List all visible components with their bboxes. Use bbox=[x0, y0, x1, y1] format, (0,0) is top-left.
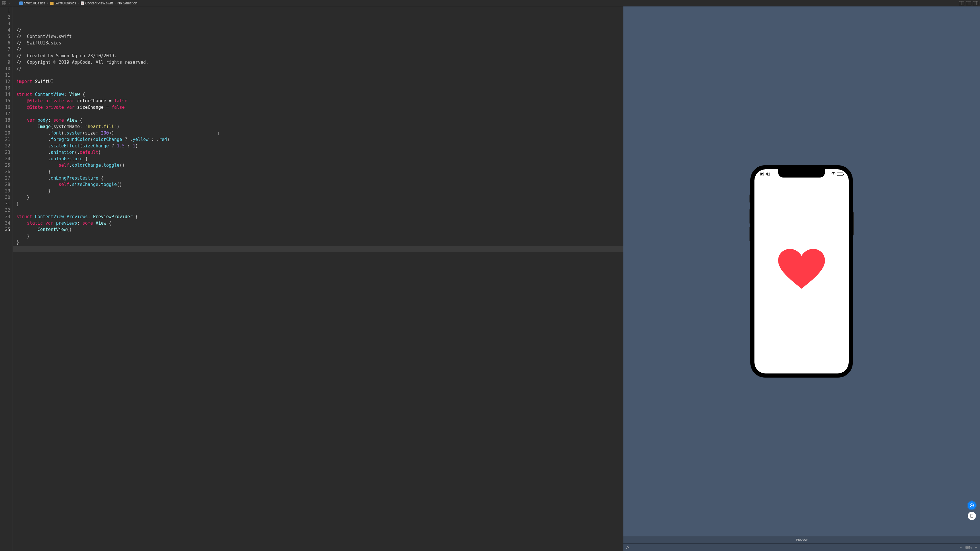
line-number: 3 bbox=[0, 21, 10, 27]
volume-down-button bbox=[749, 227, 750, 241]
breadcrumb-item-file[interactable]: ContentView.swift bbox=[80, 1, 113, 5]
code-line[interactable]: .scaleEffect(sizeChange ? 1.5 : 1) bbox=[16, 143, 624, 149]
svg-point-6 bbox=[833, 175, 834, 175]
code-line[interactable]: self.sizeChange.toggle() bbox=[16, 181, 624, 188]
code-content[interactable]: I //// ContentView.swift// SwiftUIBasics… bbox=[13, 6, 624, 551]
line-number: 9 bbox=[0, 59, 10, 65]
code-line[interactable]: .font(.system(size: 200)) bbox=[16, 130, 624, 136]
code-line[interactable]: .onLongPressGesture { bbox=[16, 175, 624, 181]
code-line[interactable] bbox=[16, 72, 624, 78]
editor-split-left-icon[interactable] bbox=[966, 1, 971, 5]
editor-split-right-icon[interactable] bbox=[973, 1, 978, 5]
code-line[interactable]: struct ContentView_Previews: PreviewProv… bbox=[16, 213, 624, 220]
code-line[interactable]: // bbox=[16, 46, 624, 52]
line-number: 16 bbox=[0, 104, 10, 111]
chevron-right-icon: › bbox=[46, 2, 49, 5]
minimap-toggle-icon[interactable] bbox=[959, 1, 964, 5]
code-line[interactable] bbox=[16, 85, 624, 91]
swift-file-icon bbox=[80, 2, 84, 5]
code-line[interactable]: } bbox=[16, 188, 624, 194]
code-line[interactable]: } bbox=[16, 239, 624, 246]
battery-icon bbox=[837, 173, 843, 176]
preview-float-controls bbox=[968, 501, 976, 520]
code-line[interactable] bbox=[16, 207, 624, 213]
line-number: 25 bbox=[0, 162, 10, 168]
code-line[interactable]: .onTapGesture { bbox=[16, 156, 624, 162]
breadcrumb-label: No Selection bbox=[117, 1, 137, 5]
code-line[interactable] bbox=[16, 111, 624, 117]
line-number-gutter: 1234567891011121314151617181920212223242… bbox=[0, 6, 13, 551]
heart-icon[interactable] bbox=[778, 249, 825, 291]
line-number: 35 bbox=[0, 226, 10, 233]
line-number: 27 bbox=[0, 175, 10, 181]
line-number: 34 bbox=[0, 220, 10, 226]
preview-canvas[interactable]: 09:41 bbox=[624, 6, 980, 537]
line-number: 10 bbox=[0, 65, 10, 72]
code-line[interactable] bbox=[13, 246, 624, 252]
svg-rect-0 bbox=[2, 2, 4, 3]
volume-up-button bbox=[749, 209, 750, 224]
breadcrumb-item-project[interactable]: SwiftUIBasics bbox=[19, 1, 45, 5]
code-line[interactable]: import SwiftUI bbox=[16, 78, 624, 85]
code-line[interactable]: Image(systemName: "heart.fill") bbox=[16, 124, 624, 130]
code-line[interactable]: self.colorChange.toggle() bbox=[16, 162, 624, 168]
svg-rect-2 bbox=[2, 3, 4, 5]
code-line[interactable]: // SwiftUIBasics bbox=[16, 40, 624, 46]
line-number: 7 bbox=[0, 46, 10, 52]
wifi-icon bbox=[831, 171, 836, 176]
line-number: 18 bbox=[0, 117, 10, 124]
code-line[interactable]: } bbox=[16, 194, 624, 201]
code-line[interactable]: .animation(.default) bbox=[16, 149, 624, 156]
line-number: 14 bbox=[0, 91, 10, 98]
iphone-device-frame: 09:41 bbox=[750, 165, 853, 378]
svg-rect-1 bbox=[5, 2, 6, 3]
code-editor[interactable]: 1234567891011121314151617181920212223242… bbox=[0, 6, 624, 551]
breadcrumb-label: SwiftUIBasics bbox=[24, 1, 45, 5]
zoom-in-button[interactable]: + bbox=[975, 546, 977, 549]
line-number: 19 bbox=[0, 124, 10, 130]
swift-project-icon bbox=[19, 2, 23, 5]
live-preview-button[interactable] bbox=[968, 501, 976, 510]
breadcrumb-item-folder[interactable]: SwiftUIBasics bbox=[50, 1, 76, 5]
code-line[interactable]: // bbox=[16, 65, 624, 72]
code-line[interactable]: // ContentView.swift bbox=[16, 33, 624, 40]
iphone-screen[interactable]: 09:41 bbox=[754, 169, 849, 373]
svg-point-10 bbox=[972, 517, 972, 518]
preview-on-device-button[interactable] bbox=[968, 512, 976, 520]
editor-layout-controls bbox=[959, 1, 978, 5]
code-line[interactable]: .foregroundColor(colorChange ? .yellow :… bbox=[16, 136, 624, 143]
status-bar: 09:41 bbox=[754, 171, 849, 176]
zoom-level[interactable]: 88% bbox=[966, 546, 972, 549]
code-line[interactable]: } bbox=[16, 201, 624, 207]
line-number: 11 bbox=[0, 72, 10, 78]
code-line[interactable]: // Copyright © 2019 AppCoda. All rights … bbox=[16, 59, 624, 65]
code-line[interactable]: var body: some View { bbox=[16, 117, 624, 124]
breadcrumb-item-selection[interactable]: No Selection bbox=[117, 1, 137, 5]
nav-forward-icon[interactable]: › bbox=[13, 1, 18, 6]
line-number: 2 bbox=[0, 14, 10, 21]
pin-icon[interactable]: ⚲ bbox=[625, 545, 630, 549]
related-items-icon[interactable] bbox=[2, 1, 6, 6]
svg-point-8 bbox=[971, 505, 973, 506]
svg-rect-4 bbox=[19, 2, 23, 5]
line-number: 12 bbox=[0, 78, 10, 85]
line-number: 33 bbox=[0, 213, 10, 220]
code-line[interactable]: static var previews: some View { bbox=[16, 220, 624, 226]
line-number: 24 bbox=[0, 156, 10, 162]
code-line[interactable]: @State private var sizeChange = false bbox=[16, 104, 624, 111]
code-line[interactable]: } bbox=[16, 168, 624, 175]
line-number: 21 bbox=[0, 136, 10, 143]
code-line[interactable]: // Created by Simon Ng on 23/10/2019. bbox=[16, 52, 624, 59]
status-time: 09:41 bbox=[760, 171, 770, 176]
power-button bbox=[853, 212, 854, 235]
line-number: 32 bbox=[0, 207, 10, 213]
svg-rect-3 bbox=[5, 3, 6, 5]
code-line[interactable]: struct ContentView: View { bbox=[16, 91, 624, 98]
code-line[interactable]: } bbox=[16, 233, 624, 239]
line-number: 1 bbox=[0, 8, 10, 14]
code-line[interactable]: ContentView() bbox=[16, 226, 624, 233]
code-line[interactable]: @State private var colorChange = false bbox=[16, 98, 624, 104]
code-line[interactable]: // bbox=[16, 27, 624, 33]
nav-back-icon[interactable]: ‹ bbox=[8, 1, 12, 6]
zoom-out-button[interactable]: − bbox=[960, 546, 962, 549]
